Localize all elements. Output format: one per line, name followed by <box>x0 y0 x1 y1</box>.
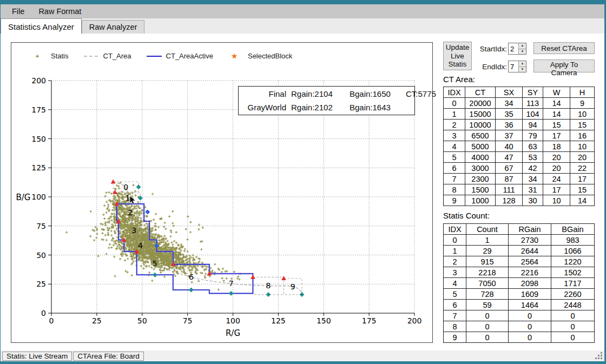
diamond-marker-5[interactable] <box>189 288 194 293</box>
cell[interactable]: 22 <box>570 163 595 174</box>
ct-box-label-9: 9 <box>291 282 295 291</box>
legend-item-ct_area[interactable]: CT_Area <box>83 52 131 60</box>
legend-item-selectedblock[interactable]: SelectedBlock <box>228 52 292 60</box>
cell[interactable]: 1000 <box>465 195 496 206</box>
cell[interactable]: 10000 <box>465 120 496 130</box>
tab-raw-analyzer[interactable]: Raw Analyzer <box>82 20 145 34</box>
menu-item-file[interactable]: File <box>5 6 31 17</box>
endidx-spinner[interactable]: 7 ▲▼ <box>508 61 526 72</box>
cell[interactable]: 31 <box>523 184 543 195</box>
cell[interactable]: 79 <box>523 130 543 141</box>
cell[interactable]: 37 <box>496 130 523 141</box>
cell[interactable]: 15 <box>570 184 595 195</box>
endidx-up-button[interactable]: ▲ <box>519 61 526 67</box>
startidx-down-button[interactable]: ▼ <box>519 49 526 55</box>
cell[interactable]: 18 <box>543 141 570 152</box>
cell[interactable]: 20 <box>543 152 570 163</box>
menu-item-raw-format[interactable]: Raw Format <box>31 6 88 17</box>
cell[interactable]: 4000 <box>465 152 496 163</box>
cell[interactable]: 128 <box>496 195 523 206</box>
column-header-bgain: BGain <box>551 224 595 235</box>
cell[interactable]: 5 <box>444 152 465 163</box>
cell: 0 <box>509 332 551 343</box>
cell[interactable]: 17 <box>543 184 570 195</box>
endidx-value[interactable]: 7 <box>509 61 518 72</box>
cell[interactable]: 10 <box>543 195 570 206</box>
scatter-chart-panel: 0255075100125150175200025507510012515017… <box>11 42 433 343</box>
cell[interactable]: 113 <box>523 98 543 109</box>
triangle-marker-8[interactable] <box>251 275 255 279</box>
endidx-down-button[interactable]: ▼ <box>519 67 526 72</box>
cell[interactable]: 40 <box>496 141 523 152</box>
cell[interactable]: 17 <box>570 174 595 184</box>
diamond-marker-2[interactable] <box>145 210 150 215</box>
cell[interactable]: 2300 <box>465 174 496 184</box>
cell[interactable]: 1 <box>444 109 465 120</box>
update-live-statis-button[interactable]: Update Live Statis <box>443 42 472 70</box>
reset-ctarea-button[interactable]: Reset CTArea <box>533 42 595 54</box>
cell[interactable]: 30 <box>523 195 543 206</box>
cell[interactable]: 17 <box>543 130 570 141</box>
legend-item-statis[interactable]: Statis <box>31 52 69 60</box>
apply-to-camera-button[interactable]: Apply To Camera <box>533 59 595 72</box>
cell[interactable]: 9 <box>570 98 595 109</box>
cell[interactable]: 15 <box>570 120 595 130</box>
cell[interactable]: 14 <box>543 109 570 120</box>
x-tick-label: 0 <box>49 316 54 325</box>
cell[interactable]: 1500 <box>465 184 496 195</box>
cell[interactable]: 24 <box>543 174 570 184</box>
cell[interactable]: 34 <box>523 174 543 184</box>
cell[interactable]: 7 <box>444 174 465 184</box>
cell[interactable]: 10 <box>570 141 595 152</box>
startidx-up-button[interactable]: ▲ <box>519 43 526 49</box>
cell[interactable]: 6500 <box>465 130 496 141</box>
cell[interactable]: 35 <box>496 109 523 120</box>
cell[interactable]: 111 <box>496 184 523 195</box>
cell[interactable]: 10 <box>570 109 595 120</box>
cell[interactable]: 2 <box>444 120 465 130</box>
cell: 728 <box>466 289 509 300</box>
cell[interactable]: 6 <box>444 163 465 174</box>
resize-grip-icon[interactable] <box>595 352 602 360</box>
wb-result-annotation: FinalRgain:2104Bgain:1650CT:5775GrayWorl… <box>238 86 415 115</box>
cell[interactable]: 87 <box>496 174 523 184</box>
cell[interactable]: 5000 <box>465 141 496 152</box>
cell[interactable]: 3 <box>444 130 465 141</box>
cell[interactable]: 0 <box>444 98 465 109</box>
cell[interactable]: 20 <box>570 152 595 163</box>
triangle-marker-0[interactable] <box>111 179 116 183</box>
diamond-marker-8[interactable] <box>300 292 305 297</box>
cell[interactable]: 20 <box>543 163 570 174</box>
cell[interactable]: 67 <box>496 163 523 174</box>
tab-statistics-analyzer[interactable]: Statistics Analyzer <box>1 18 82 34</box>
cell[interactable]: 9 <box>444 195 465 206</box>
cell[interactable]: 16 <box>570 130 595 141</box>
cell[interactable]: 15 <box>543 120 570 130</box>
cell[interactable]: 3000 <box>465 163 496 174</box>
startidx-spinner[interactable]: 2 ▲▼ <box>508 43 526 55</box>
triangle-marker-9[interactable] <box>281 276 286 280</box>
ct-box-label-2: 2 <box>128 208 133 217</box>
cell[interactable]: 14 <box>543 98 570 109</box>
cell[interactable]: 14 <box>570 195 595 206</box>
cell[interactable]: 104 <box>523 109 543 120</box>
cell[interactable]: 36 <box>496 120 523 130</box>
legend-item-ct_areaactive[interactable]: CT_AreaActive <box>146 52 213 60</box>
x-tick-label: 75 <box>183 316 193 325</box>
cell[interactable]: 15000 <box>465 109 496 120</box>
cell[interactable]: 20000 <box>465 98 496 109</box>
diamond-marker-7[interactable] <box>266 292 271 297</box>
diamond-marker-0[interactable] <box>136 184 141 189</box>
startidx-value[interactable]: 2 <box>509 43 518 54</box>
cell[interactable]: 34 <box>496 98 523 109</box>
cell[interactable]: 63 <box>523 141 543 152</box>
cell[interactable]: 47 <box>496 152 523 163</box>
cell[interactable]: 4 <box>444 141 465 152</box>
cell[interactable]: 94 <box>523 120 543 130</box>
cell[interactable]: 53 <box>523 152 543 163</box>
cell[interactable]: 8 <box>444 184 465 195</box>
statis-count-row: 012730983 <box>444 235 595 246</box>
cell: 1502 <box>551 267 595 278</box>
diamond-marker-4[interactable] <box>153 273 157 277</box>
cell[interactable]: 42 <box>523 163 543 174</box>
